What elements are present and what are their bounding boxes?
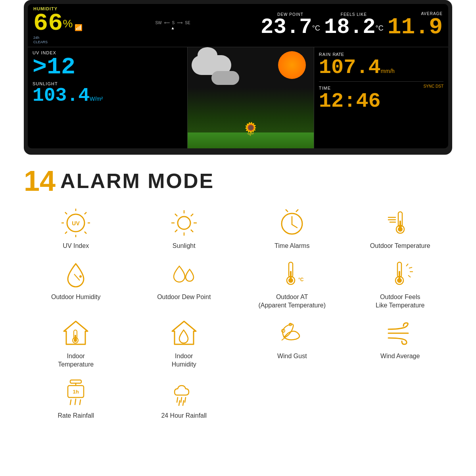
outdoor-dew-icon	[168, 258, 200, 290]
wind-gust-label: Wind Gust	[277, 352, 307, 361]
svg-line-6	[65, 212, 67, 214]
icon-wind-gust: Wind Gust	[240, 317, 344, 369]
icon-sunlight: Sunlight	[132, 207, 236, 250]
svg-line-62	[80, 400, 81, 405]
outdoor-feels-label: Outdoor FeelsLike Temperature	[376, 293, 424, 310]
outdoor-temp-icon	[384, 207, 416, 239]
svg-line-17	[191, 214, 193, 216]
outdoor-humidity-icon	[60, 258, 92, 290]
alarm-icons-grid: UV UV Index	[24, 207, 452, 420]
sunlight-icon	[168, 207, 200, 239]
svg-line-43	[409, 267, 412, 268]
svg-point-50	[74, 339, 77, 342]
svg-line-16	[191, 230, 193, 232]
feels-like-value: 18.2	[324, 15, 376, 39]
uv-index-icon: UV	[60, 207, 92, 239]
svg-line-67	[183, 401, 184, 405]
left-panel: UV INDEX >12 SUNLIGHT 103.4W/m²	[28, 47, 188, 148]
icon-indoor-humidity: IndoorHumidity	[132, 317, 236, 369]
indoor-humidity-label: IndoorHumidity	[172, 352, 196, 369]
svg-line-21	[292, 225, 297, 228]
svg-line-23	[296, 209, 298, 212]
svg-line-45	[408, 275, 411, 277]
icon-rate-rainfall: 1h Rate Rainfall	[24, 377, 128, 420]
svg-line-8	[84, 212, 86, 214]
indoor-temp-icon	[60, 317, 92, 349]
icon-time-alarms: Time Alarms	[240, 207, 344, 250]
svg-line-18	[175, 230, 177, 232]
icon-indoor-temp: IndoorTemperature	[24, 317, 128, 369]
indoor-humidity-icon	[168, 317, 200, 349]
average-block: AVERAGE 11.9	[388, 12, 443, 39]
outdoor-dew-label: Outdoor Dew Point	[157, 293, 211, 301]
icon-uv-index: UV UV Index	[24, 207, 128, 250]
svg-point-31	[79, 275, 82, 278]
icon-24h-rainfall: 24 Hour Rainfall	[132, 377, 236, 420]
alarm-number: 14	[24, 167, 56, 195]
weather-illustration: 🌻	[188, 47, 314, 148]
outdoor-at-label: Outdoor AT(Apparent Temperature)	[258, 293, 326, 310]
svg-line-65	[185, 397, 186, 402]
rate-rainfall-icon: 1h	[60, 377, 92, 409]
svg-line-42	[406, 264, 408, 266]
svg-point-36	[288, 278, 293, 283]
dew-point-value: 23.7	[261, 15, 312, 39]
svg-line-7	[84, 232, 86, 234]
sunlight-label: Sunlight	[173, 242, 196, 250]
wind-compass: SW⟵S⟶SE ▲	[89, 21, 257, 30]
outdoor-temp-label: Outdoor Temperature	[370, 242, 430, 250]
svg-rect-56	[70, 380, 81, 383]
svg-line-60	[70, 400, 71, 405]
h24-clears: 24hCLEARS	[33, 36, 85, 44]
svg-point-10	[178, 217, 190, 229]
svg-text:1h: 1h	[73, 389, 79, 395]
uv-index-label: UV Index	[63, 242, 89, 250]
alarm-section: 14 ALARM MODE UV UV Index	[0, 155, 476, 420]
weather-display: HUMIDITY 66% 📶 24hCLEARS SW⟵S⟶SE ▲ DEW P…	[24, 0, 452, 155]
icon-wind-average: Wind Average	[348, 317, 453, 369]
svg-line-15	[175, 214, 177, 216]
alarm-text: ALARM MODE	[60, 171, 214, 191]
svg-point-41	[397, 278, 402, 283]
svg-point-27	[398, 227, 403, 232]
svg-line-61	[75, 399, 76, 405]
svg-line-32	[74, 274, 80, 280]
svg-text:UV: UV	[72, 220, 80, 226]
svg-marker-51	[172, 321, 196, 344]
alarm-header: 14 ALARM MODE	[24, 167, 452, 195]
indoor-temp-label: IndoorTemperature	[58, 352, 94, 369]
icon-outdoor-dew: Outdoor Dew Point	[132, 258, 236, 310]
wifi-icon: 📶	[75, 24, 83, 31]
wind-average-icon	[384, 317, 416, 349]
sun-graphic	[278, 51, 306, 79]
rain-value: 107.4	[319, 56, 381, 79]
svg-line-63	[177, 397, 178, 402]
svg-line-64	[181, 397, 182, 402]
wind-average-label: Wind Average	[380, 352, 420, 361]
svg-text:°C: °C	[298, 277, 304, 282]
time-value: 12:46	[319, 91, 443, 112]
wind-gust-icon	[276, 317, 308, 349]
cloud-small-graphic	[211, 71, 239, 85]
time-alarms-label: Time Alarms	[274, 242, 309, 250]
svg-line-22	[286, 209, 288, 212]
icon-outdoor-temp: Outdoor Temperature	[348, 207, 453, 250]
right-panel: RAIN RATE 107.4mm/h TIME SYNC DST 12:46	[314, 47, 448, 148]
average-value: 11.9	[388, 16, 443, 39]
uv-value: >12	[33, 55, 182, 79]
outdoor-feels-icon	[384, 258, 416, 290]
humidity-unit: %	[63, 17, 73, 30]
outdoor-at-icon: °C	[276, 258, 308, 290]
svg-line-9	[65, 232, 67, 234]
outdoor-humidity-label: Outdoor Humidity	[51, 293, 101, 301]
icon-outdoor-humidity: Outdoor Humidity	[24, 258, 128, 310]
sunlight-unit: W/m²	[90, 96, 103, 102]
rate-rainfall-label: Rate Rainfall	[58, 412, 94, 420]
icon-outdoor-feels: Outdoor FeelsLike Temperature	[348, 258, 453, 310]
svg-line-66	[179, 401, 180, 405]
24h-rainfall-label: 24 Hour Rainfall	[161, 412, 207, 420]
time-alarms-icon	[276, 207, 308, 239]
rain-unit: mm/h	[381, 68, 395, 74]
24h-rainfall-icon	[168, 377, 200, 409]
dew-point-block: DEW POINT 23.7°C	[261, 12, 320, 38]
